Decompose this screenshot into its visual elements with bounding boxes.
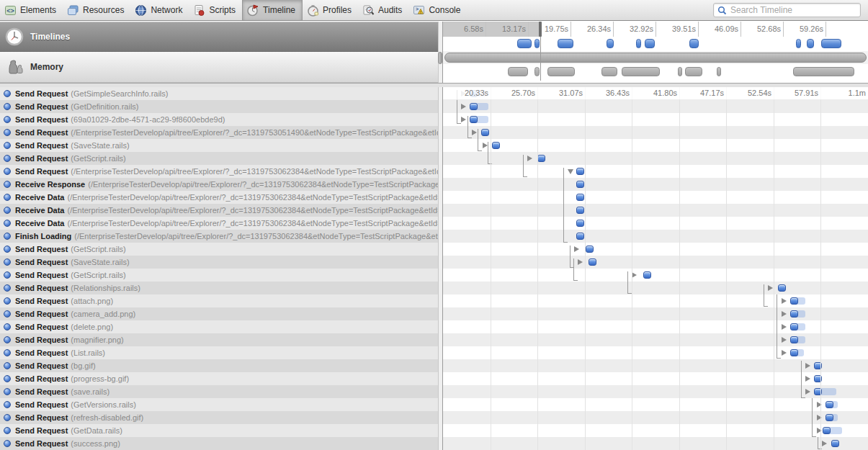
expand-arrow-icon[interactable] [782,350,787,356]
tab-timeline[interactable]: Timeline [242,0,303,20]
record-row[interactable]: Send Request(GetScript.rails) [0,152,438,165]
record-detail: (GetSimpleSearchInfo.rails) [71,89,168,98]
ruler-label: 59.26s [800,24,823,33]
record-row[interactable]: Send Request(SaveState.rails) [0,256,438,269]
record-type-icon [4,427,11,434]
expand-arrow-icon[interactable] [483,143,488,148]
record-event-dot[interactable] [537,155,545,162]
sidebar-item-memory[interactable]: Memory [0,52,438,83]
record-event-dot[interactable] [589,258,596,266]
expand-arrow-icon[interactable] [574,246,579,252]
record-event-dot[interactable] [790,323,798,330]
expand-arrow-icon[interactable] [782,324,787,330]
tab-network[interactable]: Network [130,0,189,20]
record-row[interactable]: Receive Data(/EnterpriseTesterDevelop/ap… [0,217,438,230]
record-event-dot[interactable] [823,427,831,434]
record-event-dot[interactable] [576,220,584,227]
gridline [820,86,821,450]
record-detail: (Relationships.rails) [71,284,140,292]
horizontal-splitter[interactable] [0,83,868,87]
record-row[interactable]: Send Request(magnifier.png) [0,333,438,346]
record-row[interactable]: Send Request(69a01029-2dbe-4571-ac29-9f8… [0,113,438,126]
record-event-dot[interactable] [790,349,798,356]
sidebar-item-timelines[interactable]: Timelines [0,22,438,52]
expand-arrow-icon[interactable] [461,117,466,122]
record-event-dot[interactable] [576,181,584,188]
tab-scripts[interactable]: Scripts [189,0,242,20]
timeline-row [443,165,868,178]
record-row[interactable]: Send Request(attach.png) [0,294,438,307]
sidebar-item-label: Timelines [30,32,70,42]
record-row[interactable]: Receive Data(/EnterpriseTesterDevelop/ap… [0,204,438,217]
record-row[interactable]: Send Request(GetData.rails) [0,424,438,437]
record-event-dot[interactable] [576,233,584,240]
record-row[interactable]: Send Request(save.rails) [0,385,438,398]
record-detail: (/EnterpriseTesterDevelop/api/tree/Explo… [88,180,438,189]
tab-profiles[interactable]: Profiles [303,0,358,20]
expand-arrow-icon[interactable] [782,311,787,317]
record-row[interactable]: Send Request(SaveState.rails) [0,139,438,152]
record-event-dot[interactable] [826,414,833,421]
record-row[interactable]: Send Request(Relationships.rails) [0,282,438,294]
expand-arrow-icon[interactable] [632,272,637,278]
record-event-dot[interactable] [470,116,478,123]
record-row[interactable]: Send Request(/EnterpriseTesterDevelop/ap… [0,165,438,178]
record-event-dot[interactable] [586,246,594,253]
record-row[interactable]: Send Request(GetDefinition.rails) [0,100,438,113]
expand-arrow-icon[interactable] [578,259,583,265]
record-row[interactable]: Send Request(refresh-disabled.gif) [0,411,438,424]
record-row[interactable]: Send Request(GetScript.rails) [0,269,438,282]
overview-window-grip[interactable] [539,22,542,37]
record-event-dot[interactable] [826,401,833,408]
expand-arrow-icon[interactable] [461,104,466,109]
expand-arrow-icon[interactable] [805,363,810,369]
expand-arrow-icon[interactable] [472,130,477,135]
record-bracket [812,398,816,437]
record-row[interactable]: Send Request(GetVersions.rails) [0,398,438,411]
record-row[interactable]: Receive Response(/EnterpriseTesterDevelo… [0,178,438,191]
record-event-dot[interactable] [481,129,489,136]
expand-arrow-icon[interactable] [822,441,827,446]
expand-arrow-icon[interactable] [768,285,773,291]
expand-arrow-icon[interactable] [805,389,810,395]
record-row[interactable]: Send Request(bg.gif) [0,359,438,372]
record-name: Send Request [15,400,68,409]
record-event-dot[interactable] [778,284,786,292]
record-event-dot[interactable] [643,271,651,279]
expand-arrow-icon[interactable] [782,298,787,304]
record-event-dot[interactable] [831,440,839,447]
record-name: Receive Data [15,206,65,215]
record-row[interactable]: Send Request(delete.png) [0,320,438,333]
record-name: Send Request [15,284,68,292]
expand-arrow-icon[interactable] [782,337,787,343]
record-detail: (GetScript.rails) [71,271,125,279]
record-row[interactable]: Send Request(success.png) [0,437,438,450]
record-row[interactable]: Send Request(camera_add.png) [0,307,438,320]
record-event-dot[interactable] [576,168,584,175]
record-row[interactable]: Send Request(GetScript.rails) [0,243,438,256]
overview-scrollbar-track[interactable] [443,51,868,64]
tab-resources[interactable]: Resources [63,0,130,20]
tab-elements[interactable]: <>Elements [0,0,63,20]
record-row[interactable]: Send Request(GetSimpleSearchInfo.rails) [0,87,438,100]
record-row[interactable]: Send Request(progress-bg.gif) [0,372,438,385]
search-input[interactable] [729,4,860,16]
collapse-arrow-icon[interactable] [568,169,573,174]
record-event-dot[interactable] [492,142,500,149]
timeline-row [443,282,868,294]
tab-console[interactable]: >!Console [408,0,467,20]
record-row[interactable]: Send Request(/EnterpriseTesterDevelop/ap… [0,126,438,139]
record-event-dot[interactable] [470,103,478,110]
record-row[interactable]: Finish Loading(/EnterpriseTesterDevelop/… [0,230,438,243]
record-event-dot[interactable] [790,297,798,305]
tab-audits[interactable]: Audits [358,0,408,20]
record-event-dot[interactable] [576,194,584,201]
record-event-dot[interactable] [790,310,798,318]
expand-arrow-icon[interactable] [527,156,532,161]
record-event-dot[interactable] [576,207,584,214]
record-row[interactable]: Send Request(List.rails) [0,346,438,359]
record-event-dot[interactable] [790,336,798,343]
expand-arrow-icon[interactable] [805,376,810,382]
record-row[interactable]: Receive Data(/EnterpriseTesterDevelop/ap… [0,191,438,204]
overview-scrollbar-thumb[interactable] [444,53,867,63]
